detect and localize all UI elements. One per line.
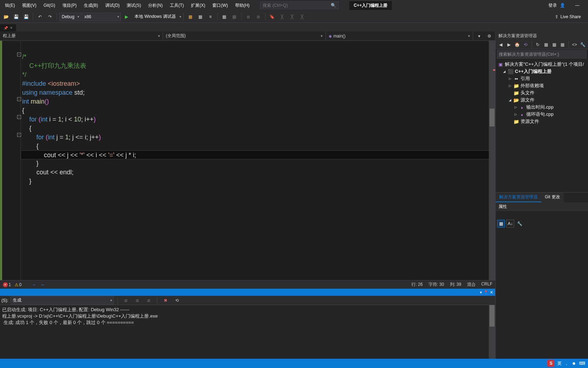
explorer-wrench-icon[interactable]: 🔧 (579, 40, 587, 49)
menu-debug[interactable]: 调试(D) (102, 1, 123, 10)
output-pin-icon[interactable]: 📍 (483, 290, 488, 295)
tree-file-1[interactable]: ▷ ⬧ 输出时间.cpp (496, 104, 588, 111)
menu-build[interactable]: 生成(B) (80, 1, 102, 10)
menu-edit[interactable]: 辑(E) (1, 1, 19, 10)
tree-sources[interactable]: ◢ 📂 源文件 (496, 96, 588, 104)
menu-extensions[interactable]: 扩展(X) (187, 1, 209, 10)
dropdown-arrow-icon[interactable]: ▾ (179, 15, 181, 19)
tree-refs[interactable]: ▷ ▪▪ 引用 (496, 75, 588, 82)
menu-help[interactable]: 帮助(H) (232, 1, 253, 10)
indent-left-icon[interactable]: ≣ (244, 12, 253, 21)
code-area[interactable]: /* C++打印九九乘法表 */ #include <iostream> usi… (21, 41, 495, 280)
tool-icon-4[interactable]: ▦ (220, 12, 229, 21)
close-icon[interactable]: × (10, 25, 12, 30)
menu-project[interactable]: 项目(P) (59, 1, 80, 10)
search-input[interactable] (263, 3, 331, 8)
nav-fwd-icon[interactable]: → (40, 282, 44, 287)
tool-icon-3[interactable]: ≡ (206, 12, 215, 21)
login-button[interactable]: 登录 (548, 3, 557, 9)
tree-solution[interactable]: ▣ 解决方案"C++入门编程上册"(1 个项目/ (496, 61, 588, 68)
menu-test[interactable]: 测试(S) (123, 1, 145, 10)
save-all-icon[interactable]: 💾 (21, 12, 31, 21)
tree-project[interactable]: ◢ ⬛ C++入门编程上册 (496, 68, 588, 75)
output-scroll-thumb[interactable] (490, 305, 495, 327)
nav-scope-combo[interactable]: (全局范围) (163, 31, 326, 40)
menu-window[interactable]: 窗口(W) (209, 1, 231, 10)
tool-icon-1[interactable]: ▦ (186, 12, 195, 21)
redo-icon[interactable]: ↷ (45, 12, 55, 21)
props-alpha-icon[interactable]: A↓ (506, 220, 514, 228)
tree-resources[interactable]: 📁 资源文件 (496, 118, 588, 125)
menu-view[interactable]: 视图(V) (19, 1, 40, 10)
tab-solution-explorer[interactable]: 解决方案资源管理器 (496, 193, 541, 202)
expand-arrow-icon[interactable]: ▷ (508, 77, 512, 80)
nav-back-icon[interactable]: ← (32, 282, 36, 287)
user-icon[interactable]: 👤 (560, 3, 565, 8)
platform-combo[interactable]: x86 (82, 13, 121, 21)
scroll-thumb[interactable] (490, 109, 495, 126)
vertical-scrollbar[interactable] (489, 41, 495, 280)
explorer-collapse-icon[interactable]: ▦ (542, 40, 550, 49)
expand-arrow-icon[interactable]: ▷ (508, 84, 512, 88)
output-scrollbar[interactable] (489, 305, 495, 359)
ime-lang[interactable]: 英 (557, 360, 562, 367)
tool-icon-8[interactable]: ╳ (298, 12, 307, 21)
play-icon[interactable]: ▶ (122, 12, 131, 21)
expand-arrow-icon[interactable]: ▷ (513, 105, 518, 109)
tree-headers[interactable]: 📁 头文件 (496, 89, 588, 96)
explorer-code-icon[interactable]: <> (571, 40, 578, 49)
code-editor[interactable]: − − − − /* C++打印九九乘法表 */ #include <iostr… (0, 41, 495, 280)
tool-icon-7[interactable]: ╳ (288, 12, 297, 21)
search-box[interactable]: 🔍 (260, 1, 339, 9)
expand-arrow-icon[interactable]: ◢ (508, 98, 512, 102)
error-count[interactable]: ✕ 1 (3, 282, 11, 287)
pin-icon[interactable]: 📌 (4, 26, 8, 30)
ime-keyboard-icon[interactable]: ⌨ (579, 361, 585, 366)
expand-arrow-icon[interactable]: ◢ (502, 70, 506, 73)
menu-analyze[interactable]: 分析(N) (145, 1, 166, 10)
indent-right-icon[interactable]: ≣ (254, 12, 263, 21)
tab-git-changes[interactable]: Git 更改 (541, 193, 564, 202)
nav-member-combo[interactable]: ◈ main() (326, 31, 473, 40)
props-wrench-icon[interactable]: 🔧 (516, 220, 523, 228)
output-wrap-icon[interactable]: ⟲ (172, 296, 182, 305)
indent-mode[interactable]: 混合 (467, 282, 476, 288)
ime-badge[interactable]: S (547, 360, 554, 367)
tool-icon-2[interactable]: ▦ (196, 12, 205, 21)
bookmark-icon[interactable]: 🔖 (268, 12, 277, 21)
props-categorized-icon[interactable]: ▦ (497, 220, 505, 228)
line-ending[interactable]: CRLF (481, 282, 492, 288)
liveshare-button[interactable]: ⇪ Live Share (549, 14, 587, 19)
nav-gear-icon[interactable]: ⚙ (485, 31, 494, 41)
menu-tools[interactable]: 工具(T) (166, 1, 187, 10)
tool-icon-6[interactable]: ╳ (278, 12, 287, 21)
output-close-icon[interactable]: ✕ (490, 290, 493, 295)
undo-icon[interactable]: ↶ (35, 12, 45, 21)
output-tool-2[interactable]: ≣ (133, 296, 142, 305)
ime-emoji-icon[interactable]: ☻ (572, 361, 576, 366)
window-minimize-icon[interactable]: — (575, 3, 579, 8)
explorer-fwd-icon[interactable]: ▶ (505, 40, 513, 49)
tree-external[interactable]: ▷ 📁 外部依赖项 (496, 82, 588, 89)
output-tool-1[interactable]: ≣ (121, 296, 131, 305)
tree-file-2[interactable]: ▷ ⬧ 循环语句.cpp (496, 111, 588, 118)
output-body[interactable]: 已启动生成: 项目: C++入门编程上册, 配置: Debug Win32 --… (0, 305, 495, 359)
open-icon[interactable]: 📂 (1, 12, 11, 21)
output-source-combo[interactable]: 生成 (10, 296, 114, 305)
warning-count[interactable]: ⚠ 0 (15, 282, 22, 287)
debugger-label[interactable]: 本地 Windows 调试器 (132, 14, 178, 20)
config-combo[interactable]: Debug (59, 13, 81, 21)
menu-git[interactable]: Git(G) (40, 1, 59, 9)
output-tool-3[interactable]: ≣ (144, 296, 153, 305)
explorer-back-icon[interactable]: ◀ (497, 40, 505, 49)
file-tab[interactable]: 📌 × (0, 24, 16, 31)
nav-split-icon[interactable]: ▾ (475, 31, 484, 41)
explorer-showall-icon[interactable]: ▦ (551, 40, 558, 49)
explorer-home-icon[interactable]: 🏠 (513, 40, 521, 49)
ime-punct-icon[interactable]: ， (564, 360, 569, 367)
tool-icon-5[interactable]: ▦ (230, 12, 239, 21)
output-dropdown-icon[interactable]: ▾ (480, 290, 482, 295)
explorer-search[interactable]: 搜索解决方案资源管理器(Ctrl+;) (497, 50, 587, 59)
explorer-refresh-icon[interactable]: ↻ (534, 40, 541, 49)
explorer-sync-icon[interactable]: ⟲ (522, 40, 529, 49)
